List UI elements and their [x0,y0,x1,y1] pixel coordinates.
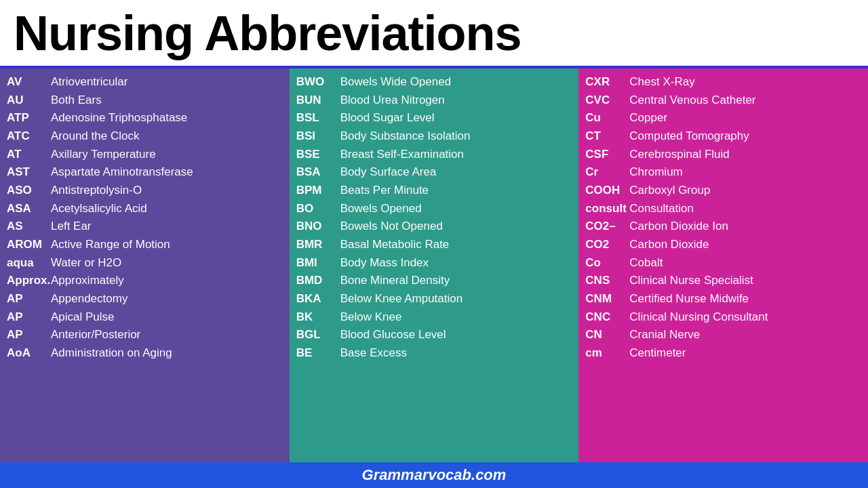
table-row: CO2Carbon Dioxide [585,237,861,253]
table-row: BWOBowels Wide Opened [296,74,572,91]
abbr-meaning: Cerebrospinal Fluid [629,146,729,163]
table-row: cmCentimeter [585,345,861,362]
page-wrapper: Nursing Abbreviations AVAtrioventricular… [0,0,868,488]
abbr-code: AU [7,92,51,109]
abbr-meaning: Antistreptolysin-O [51,182,142,199]
table-row: ATAxillary Temperature [7,146,283,163]
table-row: BNOBowels Not Opened [296,218,572,235]
abbr-meaning: Clinical Nurse Specialist [629,272,753,289]
abbr-meaning: Bone Mineral Density [340,272,450,289]
abbr-code: Co [585,255,629,272]
table-row: CNMCertified Nurse Midwife [585,291,861,308]
abbr-code: CT [585,128,629,145]
abbr-code: Cu [585,110,629,127]
abbr-meaning: Breast Self-Examination [340,146,464,163]
abbr-meaning: Anterior/Posterior [51,327,140,344]
abbr-meaning: Carbon Dioxide [629,237,709,253]
table-row: ASAAcetylsalicylic Acid [7,201,283,218]
abbr-code: BSL [296,110,340,127]
column-middle: BWOBowels Wide OpenedBUNBlood Urea Nitro… [290,68,579,462]
abbr-meaning: Left Ear [51,218,92,235]
table-row: APAppendectomy [7,291,283,308]
table-row: CXRChest X-Ray [585,74,861,91]
abbr-code: CO2 [585,237,629,253]
abbr-code: BGL [296,327,340,344]
abbr-meaning: Aspartate Aminotransferase [51,164,193,181]
abbr-meaning: Blood Urea Nitrogen [340,92,445,109]
table-row: CNCClinical Nursing Consultant [585,309,861,326]
abbr-code: BMD [296,272,340,289]
abbr-meaning: Chest X-Ray [629,74,694,91]
abbr-meaning: Cranial Nerve [629,327,700,344]
abbr-meaning: Chromium [629,164,682,181]
abbr-code: AP [7,309,51,326]
table-row: CoCobalt [585,255,861,272]
abbr-code: Approx. [7,272,51,289]
abbr-code: AP [7,327,51,344]
footer: Grammarvocab.com [0,462,868,488]
abbr-code: cm [585,345,629,362]
table-row: CSFCerebrospinal Fluid [585,146,861,163]
abbr-code: CNS [585,272,629,289]
abbr-meaning: Approximately [51,272,124,289]
abbr-code: BUN [296,92,340,109]
abbr-code: BNO [296,218,340,235]
abbr-code: AP [7,291,51,308]
abbr-meaning: Consultation [629,201,694,218]
abbr-code: BK [296,309,340,326]
table-row: BUNBlood Urea Nitrogen [296,92,572,109]
table-row: BSABody Surface Area [296,164,572,181]
table-row: BSIBody Substance Isolation [296,128,572,145]
table-row: BSLBlood Sugar Level [296,110,572,127]
table-row: AUBoth Ears [7,92,283,109]
abbr-code: BE [296,345,340,362]
abbr-meaning: Certified Nurse Midwife [629,291,749,308]
abbr-code: AROM [7,237,51,253]
title-section: Nursing Abbreviations [0,0,868,68]
abbr-code: AST [7,164,51,181]
table-row: CVCCentral Venous Catheter [585,92,861,109]
abbr-code: CNC [585,309,629,326]
table-row: BOBowels Opened [296,201,572,218]
table-row: BGLBlood Glucose Level [296,327,572,344]
abbr-meaning: Below Knee Amputation [340,291,463,308]
table-row: CO2–Carbon Dioxide Ion [585,218,861,235]
abbr-meaning: Around the Clock [51,128,139,145]
table-row: CTComputed Tomography [585,128,861,145]
table-row: APAnterior/Posterior [7,327,283,344]
footer-text: Grammarvocab.com [362,466,507,483]
abbr-meaning: Bowels Opened [340,201,422,218]
abbr-code: ATC [7,128,51,145]
abbr-meaning: Body Surface Area [340,164,437,181]
abbr-meaning: Blood Sugar Level [340,110,435,127]
abbr-code: BSE [296,146,340,163]
column-left: AVAtrioventricularAUBoth EarsATPAdenosin… [0,68,290,462]
abbr-code: BPM [296,182,340,199]
table-row: BMRBasal Metabolic Rate [296,237,572,253]
table-row: BEBase Excess [296,345,572,362]
abbr-meaning: Apical Pulse [51,309,115,326]
abbr-meaning: Blood Glucose Level [340,327,446,344]
abbr-code: Cr [585,164,629,181]
table-row: consultConsultation [585,201,861,218]
abbr-meaning: Copper [629,110,667,127]
abbr-code: AS [7,218,51,235]
abbr-meaning: Beats Per Minute [340,182,429,199]
table-row: ATPAdenosine Triphosphatase [7,110,283,127]
page-title: Nursing Abbreviations [14,7,854,60]
abbr-code: ASO [7,182,51,199]
table-row: AROMActive Range of Motion [7,237,283,253]
abbr-meaning: Central Venous Catheter [629,92,755,109]
abbr-meaning: Below Knee [340,309,402,326]
abbr-code: CN [585,327,629,344]
abbr-code: COOH [585,182,629,199]
table-row: BPMBeats Per Minute [296,182,572,199]
abbr-code: AT [7,146,51,163]
abbr-meaning: Body Substance Isolation [340,128,471,145]
abbr-meaning: Body Mass Index [340,255,429,272]
abbr-meaning: Base Excess [340,345,407,362]
abbr-meaning: Bowels Not Opened [340,218,443,235]
table-row: BKBelow Knee [296,309,572,326]
abbr-code: BMR [296,237,340,253]
abbr-meaning: Computed Tomography [629,128,749,145]
